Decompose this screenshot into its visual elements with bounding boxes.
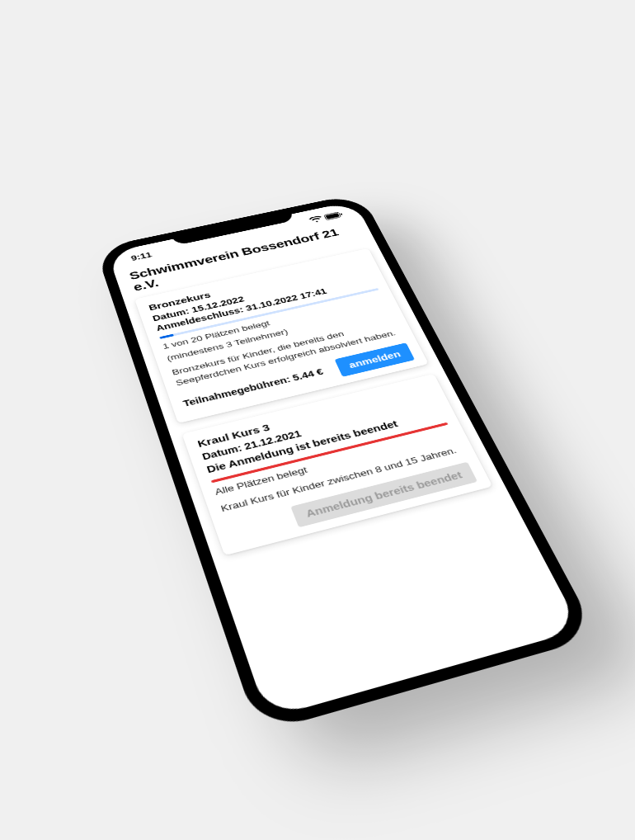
svg-rect-2 xyxy=(325,213,339,219)
wifi-icon xyxy=(308,215,324,224)
status-time: 9:11 xyxy=(129,251,153,262)
phone-frame: 9:11 Schwimmverein Bossendorf 21 e.V. Br… xyxy=(95,193,599,734)
svg-rect-1 xyxy=(340,213,342,215)
battery-icon xyxy=(323,210,344,220)
screen: 9:11 Schwimmverein Bossendorf 21 e.V. Br… xyxy=(107,201,581,718)
